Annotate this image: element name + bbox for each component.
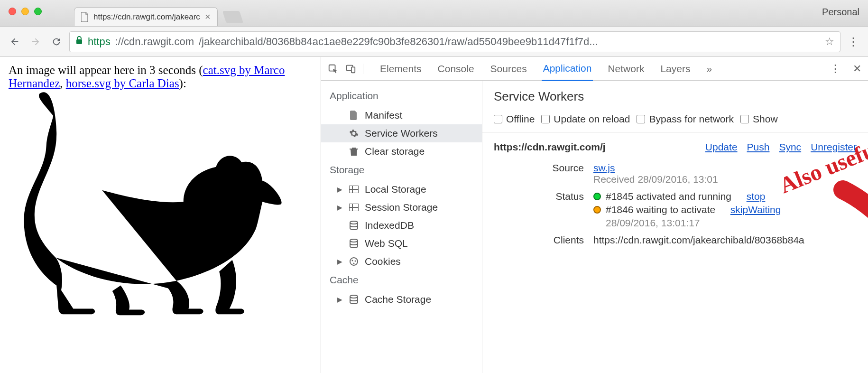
bookmark-star-icon[interactable]: ☆ [825, 36, 834, 48]
content-split: An image will appear here in 3 seconds (… [0, 57, 868, 373]
page-lead: An image will appear here in 3 seconds ( [9, 64, 203, 76]
svg-point-12 [350, 258, 358, 265]
svg-point-11 [350, 239, 358, 242]
sw-origin-row: https://cdn.rawgit.com/j Update Push Syn… [482, 133, 868, 157]
clients-label: Clients [494, 234, 584, 246]
sidebar-item-label: Session Storage [365, 202, 438, 213]
tab-layers[interactable]: Layers [659, 57, 692, 80]
back-button[interactable] [7, 34, 23, 50]
devtools-menu-icon[interactable]: ⋮ [830, 63, 840, 75]
tab-strip: https://cdn.rawgit.com/jakearc × [74, 0, 241, 26]
source-label: Source [494, 162, 584, 174]
sidebar-item-cache-storage[interactable]: ▶ Cache Storage [321, 290, 482, 308]
database-icon [349, 238, 359, 249]
devtools-tabbar: Elements Console Sources Application Net… [321, 57, 868, 81]
sw-status-1-text: #1845 activated and running [606, 191, 731, 202]
sw-stop-link[interactable]: stop [747, 191, 766, 202]
sidebar-item-service-workers[interactable]: Service Workers [321, 124, 482, 142]
application-main: Service Workers Offline Update on reload… [482, 81, 868, 373]
sw-status-2-text: #1846 waiting to activate [606, 204, 715, 215]
page-text: An image will appear here in 3 seconds (… [9, 64, 312, 90]
sidebar-item-label: Manifest [365, 110, 402, 121]
sw-skipwaiting-link[interactable]: skipWaiting [730, 204, 781, 215]
inspect-element-icon[interactable] [328, 64, 338, 74]
sw-status-1: #1845 activated and running stop [593, 191, 857, 202]
svg-rect-0 [76, 39, 82, 44]
browser-tab[interactable]: https://cdn.rawgit.com/jakearc × [74, 7, 218, 26]
close-tab-icon[interactable]: × [205, 11, 211, 22]
browser-titlebar: https://cdn.rawgit.com/jakearc × Persona… [0, 0, 868, 27]
sidebar-item-local-storage[interactable]: ▶ Local Storage [321, 180, 482, 198]
sw-status-2-ts: 28/09/2016, 13:01:17 [606, 217, 857, 229]
file-icon [349, 110, 359, 121]
sidebar-item-cookies[interactable]: ▶ Cookies [321, 252, 482, 270]
sw-sync-link[interactable]: Sync [779, 141, 801, 153]
chevron-right-icon: ▶ [337, 186, 343, 193]
cookie-icon [349, 256, 359, 267]
svg-point-13 [352, 260, 353, 261]
sidebar-item-label: IndexedDB [365, 220, 414, 231]
reload-button[interactable] [48, 34, 65, 50]
new-tab-button[interactable] [222, 11, 243, 23]
sidebar-item-label: Local Storage [365, 184, 426, 195]
profile-label[interactable]: Personal [822, 7, 859, 18]
sidebar-item-manifest[interactable]: Manifest [321, 106, 482, 124]
sidebar-item-websql[interactable]: Web SQL [321, 234, 482, 252]
page-viewport: An image will appear here in 3 seconds (… [0, 57, 321, 373]
url-path: /jakearchibald/80368b84ac1ae8e229fc90b3f… [199, 36, 598, 48]
cat-image [9, 90, 298, 323]
sidebar-item-indexeddb[interactable]: IndexedDB [321, 216, 482, 234]
bypass-checkbox[interactable]: Bypass for network [637, 113, 734, 125]
sw-title: Service Workers [482, 81, 868, 111]
forward-button[interactable] [28, 34, 44, 50]
tab-title: https://cdn.rawgit.com/jakearc [93, 12, 200, 22]
devtools-close-icon[interactable]: ✕ [853, 63, 861, 75]
sw-source-file[interactable]: sw.js [593, 162, 615, 173]
tab-console[interactable]: Console [436, 57, 476, 80]
sw-update-link[interactable]: Update [705, 141, 738, 153]
status-label: Status [494, 191, 584, 202]
tab-overflow-icon[interactable]: » [705, 57, 713, 80]
sidebar-section-application: Application [321, 86, 482, 106]
update-reload-checkbox[interactable]: Update on reload [541, 113, 630, 125]
show-label: Show [753, 113, 778, 125]
close-window-button[interactable] [9, 8, 16, 15]
tab-sources[interactable]: Sources [489, 57, 528, 80]
devtools-inspect-controls [328, 64, 363, 74]
url-host: ://cdn.rawgit.com [115, 36, 194, 48]
page-sep: , [60, 77, 66, 90]
sidebar-item-label: Cache Storage [365, 294, 431, 305]
sidebar-item-clear-storage[interactable]: Clear storage [321, 142, 482, 160]
svg-point-10 [350, 221, 358, 224]
status-dot-green [593, 193, 601, 200]
tab-elements[interactable]: Elements [379, 57, 423, 80]
sw-details: Source sw.js Received 28/09/2016, 13:01 … [482, 157, 868, 252]
show-checkbox[interactable]: Show [740, 113, 778, 125]
update-reload-label: Update on reload [554, 113, 630, 125]
table-icon [349, 202, 359, 213]
sidebar-item-session-storage[interactable]: ▶ Session Storage [321, 198, 482, 216]
browser-menu-button[interactable]: ⋮ [845, 35, 861, 48]
table-icon [349, 184, 359, 195]
sw-received: Received 28/09/2016, 13:01 [593, 174, 718, 185]
address-bar[interactable]: https://cdn.rawgit.com/jakearchibald/803… [69, 31, 840, 52]
sw-unregister-link[interactable]: Unregister [811, 141, 857, 153]
horse-link[interactable]: horse.svg by Carla Dias [66, 77, 179, 90]
sidebar-item-label: Cookies [365, 256, 401, 267]
minimize-window-button[interactable] [21, 8, 29, 15]
offline-checkbox[interactable]: Offline [494, 113, 535, 125]
tab-network[interactable]: Network [606, 57, 646, 80]
status-dot-orange [593, 206, 601, 214]
chevron-right-icon: ▶ [337, 258, 343, 265]
traffic-lights [9, 8, 42, 15]
bypass-label: Bypass for network [649, 113, 734, 125]
sw-push-link[interactable]: Push [747, 141, 770, 153]
devtools-body: Application Manifest Service Workers Cle… [321, 81, 868, 373]
tab-application[interactable]: Application [542, 57, 593, 81]
sidebar-item-label: Web SQL [365, 238, 408, 249]
svg-point-16 [350, 295, 358, 298]
offline-label: Offline [506, 113, 535, 125]
device-mode-icon[interactable] [346, 64, 356, 74]
maximize-window-button[interactable] [34, 8, 42, 15]
file-icon [81, 12, 89, 22]
